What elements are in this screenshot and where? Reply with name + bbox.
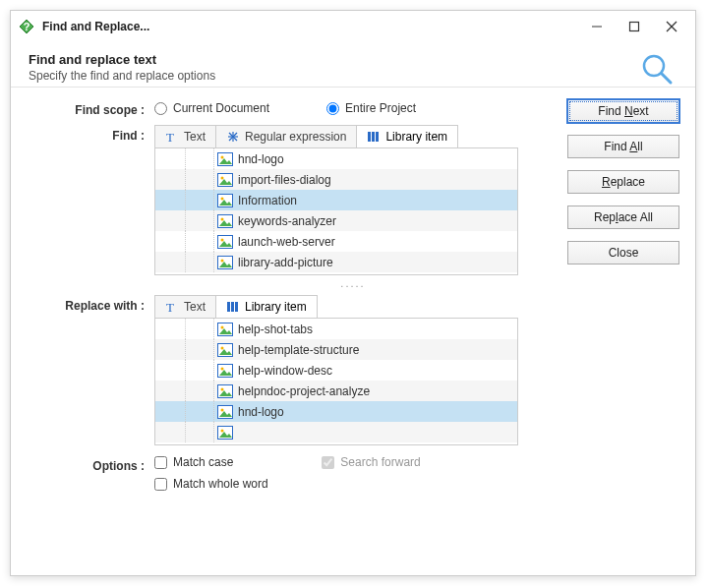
checkbox-search-forward [322, 456, 334, 469]
app-icon: ? [19, 19, 34, 34]
replace-all-button[interactable]: Replace All [567, 206, 679, 229]
tab-replace-text[interactable]: T Text [155, 296, 216, 318]
window-controls [587, 17, 681, 36]
list-item-label: hnd-logo [236, 152, 284, 166]
search-icon [640, 52, 674, 88]
find-scope-label: Find scope : [27, 99, 154, 117]
list-item[interactable]: hnd-logo [155, 401, 517, 422]
row-gutter [155, 210, 214, 231]
svg-point-20 [221, 176, 224, 179]
row-gutter [155, 401, 214, 422]
match-whole-word-check[interactable]: Match whole word [154, 477, 552, 491]
list-item-label: help-shot-tabs [236, 323, 313, 336]
tab-find-text[interactable]: T Text [155, 126, 216, 147]
dialog-subtitle: Specify the find and replace options [29, 69, 678, 83]
list-item[interactable]: hnd-logo [155, 148, 517, 169]
find-next-button[interactable]: Find Next [567, 99, 679, 123]
find-library-list[interactable]: hnd-logoimport-files-dialogInformationke… [154, 147, 518, 275]
text-icon: T [165, 130, 179, 144]
tab-find-text-label: Text [184, 130, 206, 144]
match-case-check[interactable]: Match case [154, 455, 233, 469]
search-forward-check: Search forward [322, 455, 420, 469]
list-item[interactable]: helpndoc-project-analyze [155, 381, 517, 401]
tab-find-library[interactable]: Library item [357, 126, 457, 147]
row-gutter [155, 190, 214, 210]
action-buttons-column: Find Next Find All Replace Replace All C… [552, 99, 679, 495]
image-icon [214, 384, 236, 398]
row-gutter [155, 231, 214, 252]
scope-current-doc[interactable]: Current Document [154, 101, 269, 115]
find-all-button[interactable]: Find All [567, 135, 679, 158]
tab-find-regex[interactable]: Regular expression [216, 126, 357, 147]
tab-replace-text-label: Text [184, 300, 206, 314]
image-icon [214, 214, 236, 228]
scope-entire-project[interactable]: Entire Project [326, 101, 416, 115]
window-title: Find and Replace... [42, 20, 587, 33]
svg-rect-15 [376, 132, 379, 142]
replace-button[interactable]: Replace [567, 170, 679, 194]
list-item[interactable]: keywords-analyzer [155, 210, 517, 231]
replace-section: Replace with : T Text Library item [27, 295, 552, 445]
svg-rect-37 [235, 302, 238, 312]
dialog-body: Find scope : Current Document Entire Pro… [11, 88, 695, 575]
dialog-title: Find and replace text [29, 52, 678, 67]
image-icon [214, 323, 236, 336]
replace-tabs: T Text Library item [154, 295, 318, 318]
list-item[interactable]: Information [155, 190, 517, 210]
list-item[interactable]: help-shot-tabs [155, 319, 517, 339]
row-gutter [155, 381, 214, 401]
find-section: Find : T Text Regular expression [27, 125, 552, 291]
replace-with-label: Replace with : [27, 295, 154, 445]
svg-point-51 [221, 408, 224, 411]
svg-point-32 [221, 259, 224, 262]
image-icon [214, 173, 236, 187]
close-dialog-button[interactable]: Close [567, 241, 679, 265]
find-replace-dialog: ? Find and Replace... Find and replace t… [10, 10, 696, 576]
minimize-button[interactable] [587, 17, 607, 36]
image-icon [214, 364, 236, 378]
image-icon [214, 194, 236, 207]
match-case-label: Match case [173, 455, 233, 469]
options-label: Options : [27, 455, 154, 491]
svg-point-29 [221, 238, 224, 241]
svg-point-42 [221, 346, 224, 349]
search-forward-label: Search forward [340, 455, 420, 469]
list-item-label: help-window-desc [236, 364, 332, 378]
titlebar: ? Find and Replace... [11, 11, 695, 42]
svg-point-54 [221, 429, 224, 432]
image-icon [214, 405, 236, 419]
text-icon: T [165, 300, 179, 314]
svg-rect-36 [231, 302, 234, 312]
row-gutter [155, 252, 214, 272]
checkbox-match-case[interactable] [154, 456, 167, 469]
svg-point-39 [221, 325, 224, 328]
list-item-label: import-files-dialog [236, 173, 331, 187]
list-item[interactable]: help-window-desc [155, 360, 517, 381]
match-whole-label: Match whole word [173, 477, 268, 491]
tab-find-library-label: Library item [385, 130, 447, 144]
svg-point-17 [221, 155, 224, 158]
row-gutter [155, 422, 214, 442]
library-icon [367, 130, 381, 144]
checkbox-match-whole[interactable] [154, 478, 167, 491]
radio-current-doc[interactable] [154, 102, 167, 115]
list-item[interactable]: library-add-picture [155, 252, 517, 272]
svg-point-26 [221, 217, 224, 220]
radio-entire-project[interactable] [326, 102, 339, 115]
list-item[interactable]: launch-web-server [155, 231, 517, 252]
list-item[interactable]: import-files-dialog [155, 169, 517, 190]
radio-current-doc-label: Current Document [173, 101, 269, 115]
maximize-button[interactable] [624, 17, 644, 36]
svg-text:T: T [166, 300, 174, 314]
list-ellipsis: ..... [154, 275, 552, 291]
list-item-label: help-template-structure [236, 343, 359, 357]
list-item-label: keywords-analyzer [236, 214, 336, 228]
close-button[interactable] [662, 17, 681, 36]
list-item[interactable] [155, 422, 517, 442]
svg-rect-13 [368, 132, 371, 142]
replace-library-list[interactable]: help-shot-tabshelp-template-structurehel… [154, 318, 518, 445]
list-item[interactable]: help-template-structure [155, 339, 517, 360]
radio-entire-project-label: Entire Project [345, 101, 416, 115]
tab-replace-library[interactable]: Library item [216, 296, 317, 318]
svg-text:?: ? [24, 21, 30, 32]
